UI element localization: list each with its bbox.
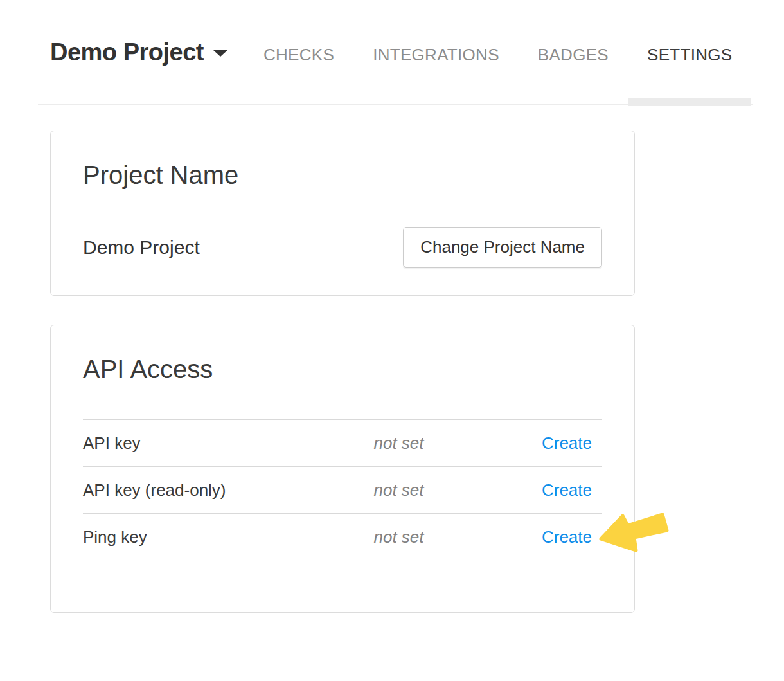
create-api-key-link[interactable]: Create [542, 433, 592, 453]
project-selector[interactable]: Demo Project [50, 39, 227, 66]
tab-settings[interactable]: SETTINGS [628, 45, 751, 65]
create-ping-key-link[interactable]: Create [542, 527, 592, 547]
key-name-cell: Ping key [83, 514, 373, 561]
tab-settings-label: SETTINGS [647, 45, 732, 64]
top-navigation: Demo Project CHECKS INTEGRATIONS BADGES … [38, 0, 753, 105]
page-container: Demo Project CHECKS INTEGRATIONS BADGES … [38, 0, 753, 613]
tab-checks-label: CHECKS [263, 45, 334, 64]
tab-integrations-label: INTEGRATIONS [373, 45, 499, 64]
key-action-cell: Create [514, 467, 602, 514]
tab-badges-label: BADGES [538, 45, 609, 64]
key-status-cell: not set [373, 420, 513, 467]
nav-tabs: CHECKS INTEGRATIONS BADGES SETTINGS [244, 45, 751, 65]
api-keys-table: API key not set Create API key (read-onl… [83, 419, 602, 561]
project-selector-label: Demo Project [50, 39, 204, 66]
table-row-ping-key: Ping key not set Create [83, 514, 602, 561]
key-name-cell: API key [83, 420, 373, 467]
project-name-card: Project Name Demo Project Change Project… [50, 131, 635, 296]
table-row-api-key: API key not set Create [83, 420, 602, 467]
current-project-name: Demo Project [83, 237, 200, 259]
api-access-card-title: API Access [83, 354, 602, 385]
table-row-api-key-read-only: API key (read-only) not set Create [83, 467, 602, 514]
tab-integrations[interactable]: INTEGRATIONS [353, 45, 519, 65]
project-name-card-title: Project Name [83, 159, 602, 190]
key-status-cell: not set [373, 467, 513, 514]
key-name-cell: API key (read-only) [83, 467, 373, 514]
active-tab-indicator [628, 98, 751, 106]
key-action-cell: Create [514, 420, 602, 467]
key-action-cell: Create [514, 514, 602, 561]
caret-down-icon [213, 50, 227, 57]
api-access-card: API Access API key not set Create API ke… [50, 325, 635, 613]
change-project-name-button[interactable]: Change Project Name [403, 227, 602, 268]
create-readonly-key-link[interactable]: Create [542, 480, 592, 500]
key-status-cell: not set [373, 514, 513, 561]
project-name-row: Demo Project Change Project Name [83, 227, 602, 268]
tab-badges[interactable]: BADGES [519, 45, 628, 65]
tab-checks[interactable]: CHECKS [244, 45, 353, 65]
